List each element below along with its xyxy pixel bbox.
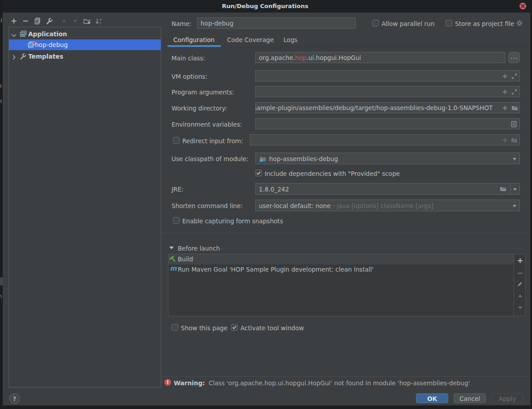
move-up-button[interactable]: [60, 17, 68, 25]
main-class-label: Main class:: [172, 55, 205, 62]
classpath-module-label: Use classpath of module:: [172, 155, 249, 162]
add-icon[interactable]: [502, 105, 508, 111]
combobox-divider: [510, 183, 511, 194]
activate-tool-window-checkbox[interactable]: [231, 324, 238, 331]
remove-icon: [517, 270, 523, 277]
tab-configuration[interactable]: Configuration: [173, 36, 215, 43]
cancel-button[interactable]: Cancel: [454, 393, 486, 403]
gear-icon[interactable]: [516, 20, 523, 27]
show-this-page-checkbox[interactable]: [172, 324, 178, 331]
before-launch-separator: [220, 248, 523, 248]
ok-button[interactable]: OK: [416, 393, 448, 403]
help-button[interactable]: ?: [9, 393, 20, 404]
allow-parallel-run-label: Allow parallel run: [382, 20, 434, 27]
name-input[interactable]: hop-debug: [197, 17, 356, 29]
sort-configurations-button[interactable]: a z: [95, 17, 102, 25]
tree-item-label: hop-debug: [35, 41, 68, 48]
tree-item-templates[interactable]: Templates: [9, 51, 161, 62]
browse-jre-folder-icon[interactable]: [500, 186, 506, 192]
titlebar[interactable]: Run/Debug Configurations: [0, 0, 530, 13]
shorten-dropdown-arrow-icon[interactable]: [513, 205, 516, 207]
vm-options-label: VM options:: [172, 73, 207, 80]
classpath-module-value: hop-assemblies-debug: [269, 155, 338, 162]
store-as-project-file-checkbox[interactable]: [446, 20, 452, 26]
close-button[interactable]: [519, 3, 526, 9]
wrench-icon: [46, 17, 53, 25]
form-separator: [162, 233, 527, 233]
bg-glyph: i: [0, 17, 2, 24]
apply-button[interactable]: Apply: [491, 393, 523, 403]
program-arguments-input[interactable]: [255, 86, 520, 97]
copy-configuration-button[interactable]: [34, 17, 41, 25]
browse-folder-icon[interactable]: [511, 137, 518, 144]
move-task-down-button[interactable]: [514, 304, 526, 311]
tab-logs[interactable]: Logs: [283, 36, 297, 43]
chevron-right-icon[interactable]: [12, 54, 16, 61]
add-icon: [10, 17, 17, 25]
tree-item-application[interactable]: Application: [9, 29, 161, 39]
remove-button[interactable]: [22, 17, 29, 25]
close-icon: [521, 4, 525, 8]
tree-item-hop-debug[interactable]: hop-debug: [9, 39, 161, 50]
environment-variables-input[interactable]: [255, 118, 520, 129]
browse-main-class-button[interactable]: ...: [508, 52, 520, 63]
provided-scope-label: Include dependencies with "Provided" sco…: [265, 170, 400, 177]
main-class-value: org.apache.hop.ui.hopgui.HopGui: [259, 54, 361, 61]
warning-label: Warning:: [174, 379, 205, 387]
edit-templates-button[interactable]: [46, 17, 53, 25]
classpath-dropdown-arrow-icon[interactable]: [513, 158, 516, 160]
move-down-button[interactable]: [72, 17, 79, 25]
templates-wrench-icon: [20, 53, 27, 60]
browse-folder-icon[interactable]: [511, 105, 518, 111]
tab-code-coverage[interactable]: Code Coverage: [227, 36, 274, 43]
shorten-hint: - java [options] className [args]: [333, 202, 433, 209]
add-icon[interactable]: [502, 89, 508, 95]
redirect-input-checkbox[interactable]: [173, 137, 180, 144]
warning-icon: !: [164, 379, 171, 386]
chevron-down-icon[interactable]: [11, 32, 17, 39]
shorten-command-line-combobox[interactable]: user-local default: none - java [options…: [255, 200, 520, 211]
checkmark-icon: [232, 324, 237, 330]
activate-tool-window-label: Activate tool window: [240, 324, 304, 332]
shorten-command-line-value: user-local default: none - java [options…: [259, 202, 433, 209]
redirect-input-label: Redirect input from:: [182, 137, 243, 145]
copy-icon: [34, 17, 41, 25]
redirect-input-field[interactable]: [250, 134, 520, 145]
vm-options-input[interactable]: [255, 70, 520, 81]
move-up-icon: [517, 293, 523, 299]
main-class-input[interactable]: org.apache.hop.ui.hopgui.HopGui: [255, 52, 505, 63]
create-folder-button[interactable]: [83, 17, 90, 25]
add-icon[interactable]: [502, 137, 508, 144]
classpath-module-combobox[interactable]: hop-assemblies-debug: [255, 153, 520, 164]
browse-variables-icon[interactable]: [511, 121, 518, 128]
remove-task-button[interactable]: [514, 270, 526, 277]
module-icon: [259, 155, 266, 162]
collapse-triangle-icon[interactable]: [169, 247, 174, 249]
expand-editor-icon[interactable]: [511, 73, 518, 80]
tree-item-label: Application: [28, 30, 67, 38]
add-icon: [517, 257, 523, 264]
move-task-up-button[interactable]: [514, 293, 526, 300]
shorten-selected-option: user-local default: none: [259, 202, 330, 209]
before-launch-item-maven[interactable]: m Run Maven Goal 'HOP Sample Plugin deve…: [168, 264, 514, 275]
form-snapshots-checkbox[interactable]: [173, 217, 180, 224]
jre-combobox[interactable]: 1.8.0_242: [255, 183, 520, 195]
add-task-button[interactable]: [514, 257, 526, 264]
jre-dropdown-arrow-icon[interactable]: [513, 188, 517, 191]
before-launch-item-label: Run Maven Goal 'HOP Sample Plugin develo…: [178, 266, 373, 273]
bg-glyph: h: [0, 98, 2, 104]
form-snapshots-label: Enable capturing form snapshots: [182, 217, 283, 225]
move-down-icon: [517, 304, 523, 311]
add-icon[interactable]: [502, 73, 508, 80]
name-value: hop-debug: [201, 20, 233, 27]
allow-parallel-run-checkbox[interactable]: [372, 20, 379, 26]
expand-editor-icon[interactable]: [511, 89, 518, 95]
working-directory-value: sample-plugin/assemblies/debug/target/ho…: [255, 104, 493, 111]
before-launch-item-build[interactable]: Build: [168, 254, 514, 264]
svg-text:z: z: [99, 21, 101, 25]
background-editor-sliver: i e h h: [0, 0, 3, 409]
edit-task-button[interactable]: [514, 281, 526, 288]
provided-scope-checkbox[interactable]: [255, 170, 262, 176]
working-directory-input[interactable]: sample-plugin/assemblies/debug/target/ho…: [255, 102, 520, 113]
add-button[interactable]: [10, 17, 17, 25]
